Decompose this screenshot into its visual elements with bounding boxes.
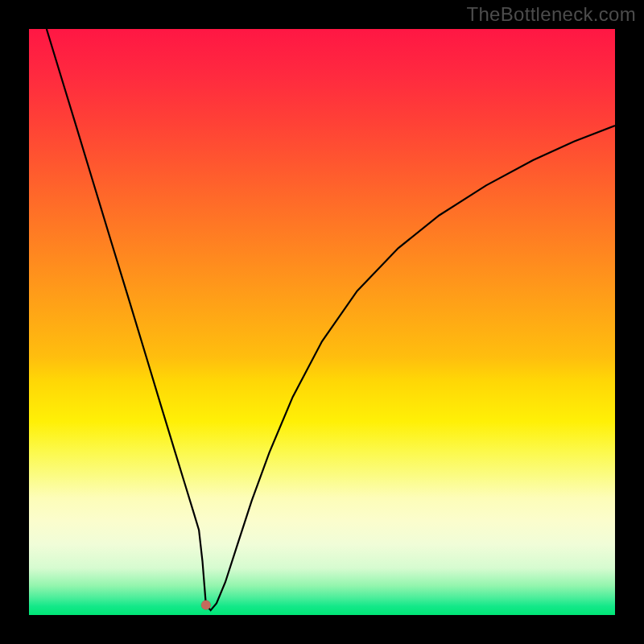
- chart-frame: TheBottleneck.com: [0, 0, 644, 644]
- curve-svg: [29, 29, 615, 615]
- optimum-marker: [201, 601, 211, 610]
- plot-area: [29, 29, 615, 615]
- watermark-text: TheBottleneck.com: [466, 3, 636, 26]
- bottleneck-curve: [47, 29, 615, 610]
